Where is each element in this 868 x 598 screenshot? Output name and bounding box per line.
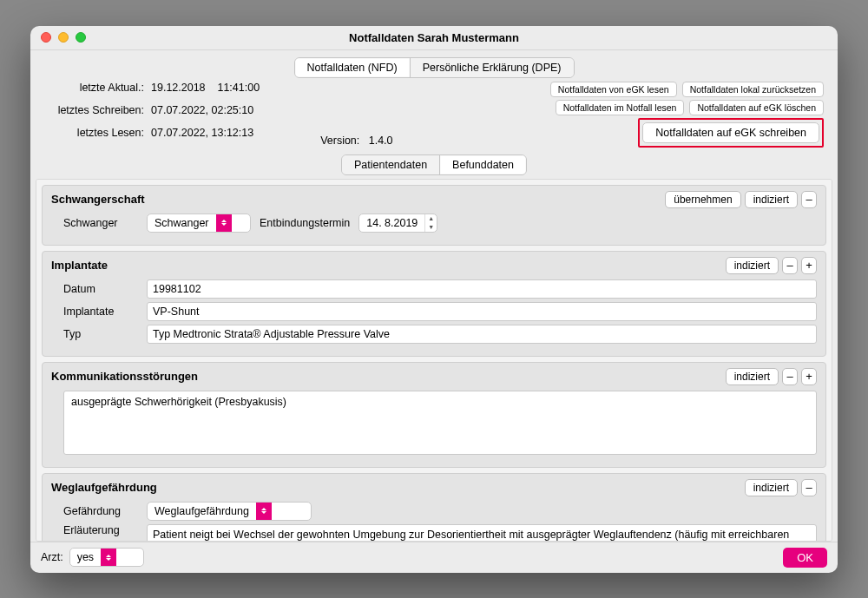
indiziert-button[interactable]: indiziert (745, 479, 798, 496)
last-update-value: 19.12.2018 11:41:00 (151, 82, 260, 102)
section-kommunikation: Kommunikationsstörungen indiziert – + au… (42, 362, 826, 468)
write-to-egk-button[interactable]: Notfalldaten auf eGK schreiben (642, 122, 819, 143)
section-title: Schwangerschaft (51, 193, 145, 206)
last-write-value: 07.07.2022, 02:25:10 (151, 104, 260, 125)
last-read-value: 07.07.2022, 13:12:13 (151, 127, 260, 148)
app-window: Notfalldaten Sarah Mustermann Notfalldat… (30, 26, 838, 573)
section-schwangerschaft: Schwangerschaft übernehmen indiziert – S… (42, 185, 826, 246)
section-weglauf: Weglaufgefährdung indiziert – Gefährdung… (42, 473, 826, 542)
gefaehrdung-dropdown[interactable]: Weglaufgefährdung (147, 502, 312, 521)
read-emergency-button[interactable]: Notfalldaten im Notfall lesen (556, 100, 685, 115)
action-button-stack: Notfalldaten von eGK lesen Notfalldaten … (550, 82, 824, 148)
meta-grid: letzte Aktual.: 19.12.2018 11:41:00 letz… (44, 82, 260, 148)
arzt-dropdown[interactable]: yes (69, 548, 144, 567)
content-scroll[interactable]: Schwangerschaft übernehmen indiziert – S… (36, 179, 832, 542)
implantate-field[interactable]: VP-Shunt (147, 302, 817, 321)
typ-label: Typ (51, 328, 138, 340)
erlaeuterung-field[interactable]: Patient neigt bei Wechsel der gewohnten … (147, 524, 817, 542)
remove-button[interactable]: – (801, 191, 817, 208)
schwanger-label: Schwanger (51, 217, 138, 229)
ok-button[interactable]: OK (783, 548, 827, 568)
version-label: Version: (320, 135, 359, 147)
chevron-updown-icon (256, 503, 272, 520)
erlaeuterung-label: Erläuterung (51, 524, 138, 536)
sub-tab-control: Patientendaten Befunddaten (341, 154, 527, 175)
tab-nfd[interactable]: Notfalldaten (NFD) (295, 58, 411, 77)
dropdown-value: Schwanger (148, 217, 216, 229)
entbindung-label: Entbindungstermin (260, 217, 350, 229)
section-title: Implantate (51, 259, 108, 272)
indiziert-button[interactable]: indiziert (745, 191, 798, 208)
add-button[interactable]: + (801, 368, 817, 385)
read-from-egk-button[interactable]: Notfalldaten von eGK lesen (550, 82, 677, 97)
entbindung-date[interactable]: 14. 8.2019 ▲▼ (358, 214, 437, 233)
main-tab-control: Notfalldaten (NFD) Persönliche Erklärung… (294, 57, 575, 78)
indiziert-button[interactable]: indiziert (726, 368, 779, 385)
schwanger-dropdown[interactable]: Schwanger (147, 214, 251, 233)
last-update-label: letzte Aktual.: (44, 82, 144, 102)
remove-button[interactable]: – (801, 479, 817, 496)
implantate-label: Implantate (51, 306, 138, 318)
arzt-label: Arzt: (41, 551, 63, 563)
last-write-label: letztes Schreiben: (44, 104, 144, 125)
dropdown-value: yes (70, 551, 101, 563)
top-tabs: Notfalldaten (NFD) Persönliche Erklärung… (30, 50, 838, 80)
last-read-label: letztes Lesen: (44, 127, 144, 148)
add-button[interactable]: + (801, 257, 817, 274)
date-stepper[interactable]: ▲▼ (424, 214, 437, 232)
footer: Arzt: yes OK (30, 542, 838, 573)
chevron-updown-icon (101, 549, 116, 566)
sub-tabs: Patientendaten Befunddaten (30, 154, 838, 175)
version-block: Version: 1.4.0 (320, 135, 392, 148)
titlebar: Notfalldaten Sarah Mustermann (30, 26, 838, 50)
section-title: Kommunikationsstörungen (51, 370, 198, 383)
window-title: Notfalldaten Sarah Mustermann (30, 31, 838, 44)
section-title: Weglaufgefährdung (51, 481, 157, 494)
tab-befunddaten[interactable]: Befunddaten (440, 155, 526, 174)
date-value: 14. 8.2019 (359, 217, 424, 229)
tab-dpe[interactable]: Persönliche Erklärung (DPE) (411, 58, 574, 77)
indiziert-button[interactable]: indiziert (726, 257, 779, 274)
kommunikation-textarea[interactable]: ausgeprägte Schwerhörigkeit (Presbyakusi… (63, 391, 817, 455)
chevron-updown-icon (216, 214, 232, 232)
reset-local-button[interactable]: Notfalldaten lokal zurücksetzen (682, 82, 824, 97)
delete-on-egk-button[interactable]: Notfalldaten auf eGK löschen (689, 100, 824, 115)
version-value: 1.4.0 (369, 135, 393, 147)
datum-field[interactable]: 19981102 (147, 279, 817, 299)
tab-patientendaten[interactable]: Patientendaten (342, 155, 440, 174)
gefaehrdung-label: Gefährdung (51, 505, 138, 517)
meta-row: letzte Aktual.: 19.12.2018 11:41:00 letz… (30, 80, 838, 153)
section-implantate: Implantate indiziert – + Datum 19981102 … (42, 251, 826, 357)
remove-button[interactable]: – (782, 368, 798, 385)
datum-label: Datum (51, 283, 138, 295)
highlight-outline: Notfalldaten auf eGK schreiben (638, 118, 824, 148)
dropdown-value: Weglaufgefährdung (148, 505, 256, 517)
remove-button[interactable]: – (782, 257, 798, 274)
uebernehmen-button[interactable]: übernehmen (665, 191, 740, 208)
typ-field[interactable]: Typ Medtronic Strata® Adjustable Pressur… (147, 325, 817, 344)
